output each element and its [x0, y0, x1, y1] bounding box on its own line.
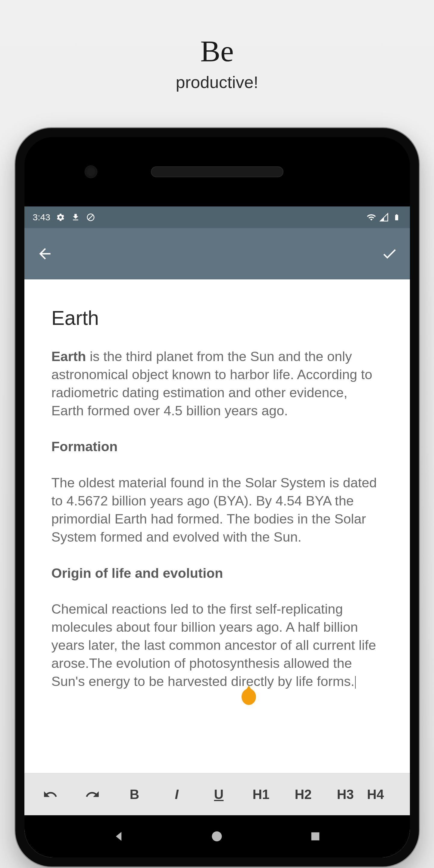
text-cursor: [355, 676, 356, 689]
status-bar-left: 3:43: [33, 212, 96, 222]
svg-line-1: [88, 215, 93, 220]
nav-recent-button[interactable]: [306, 827, 324, 845]
note-body[interactable]: Earth is the third planet from the Sun a…: [52, 347, 383, 690]
paragraph-1-bold: Earth: [52, 349, 86, 364]
svg-point-2: [212, 832, 222, 841]
status-bar-right: [367, 213, 401, 222]
battery-icon: [392, 213, 401, 222]
paragraph-3: Chemical reactions led to the first self…: [52, 601, 376, 689]
phone-hardware-top: [24, 137, 410, 207]
camera-hardware: [85, 165, 97, 178]
undo-button[interactable]: [29, 773, 71, 815]
confirm-button[interactable]: [381, 245, 398, 262]
promo-title: Be: [200, 36, 234, 66]
heading-formation: Formation: [52, 438, 383, 456]
back-button[interactable]: [36, 245, 53, 262]
cursor-handle-icon[interactable]: [241, 689, 256, 705]
wifi-icon: [367, 213, 376, 222]
phone-frame: 3:43: [15, 128, 419, 867]
promo-subtitle: productive!: [176, 72, 258, 92]
speaker-hardware: [151, 166, 283, 177]
nav-back-button[interactable]: [110, 827, 128, 845]
heading-origin: Origin of life and evolution: [52, 564, 383, 582]
note-title[interactable]: Earth: [52, 307, 383, 330]
italic-button[interactable]: I: [156, 773, 198, 815]
app-bar: [24, 228, 410, 279]
paragraph-1: is the third planet from the Sun and the…: [52, 349, 373, 418]
h4-button[interactable]: H4: [367, 773, 385, 815]
gear-icon: [56, 213, 65, 222]
no-circle-icon: [86, 213, 96, 222]
h1-button[interactable]: H1: [240, 773, 282, 815]
underline-button[interactable]: U: [198, 773, 240, 815]
status-bar: 3:43: [24, 207, 410, 228]
nav-bar: [24, 815, 410, 858]
status-time: 3:43: [33, 212, 50, 222]
bold-button[interactable]: B: [113, 773, 156, 815]
editor-content[interactable]: Earth Earth is the third planet from the…: [24, 279, 410, 773]
format-toolbar: B I U H1 H2 H3 H4: [24, 773, 410, 815]
download-icon: [71, 213, 80, 222]
nav-home-button[interactable]: [208, 827, 226, 845]
h3-button[interactable]: H3: [324, 773, 367, 815]
paragraph-2: The oldest material found in the Solar S…: [52, 474, 383, 546]
signal-icon: [379, 213, 389, 222]
svg-rect-3: [311, 832, 320, 841]
phone-inner: 3:43: [24, 137, 410, 858]
redo-button[interactable]: [71, 773, 113, 815]
h2-button[interactable]: H2: [282, 773, 324, 815]
screen: 3:43: [24, 207, 410, 858]
